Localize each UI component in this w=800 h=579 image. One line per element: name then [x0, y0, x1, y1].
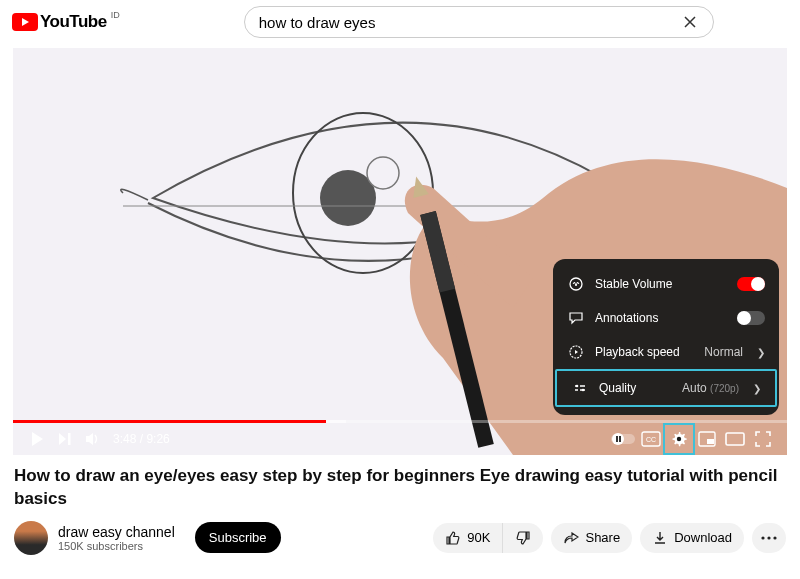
svg-rect-16 — [619, 436, 621, 442]
clear-search-icon[interactable] — [681, 13, 699, 31]
channel-name: draw easy channel — [58, 524, 175, 540]
annotations-icon — [567, 310, 585, 326]
thumbs-down-icon — [515, 530, 531, 546]
toggle-annotations[interactable] — [737, 311, 765, 325]
chevron-right-icon: ❯ — [753, 383, 761, 394]
menu-value: Auto (720p) — [682, 381, 739, 395]
svg-point-11 — [582, 389, 585, 392]
like-count: 90K — [467, 530, 490, 545]
next-button[interactable] — [51, 425, 79, 453]
stable-volume-icon — [567, 276, 585, 292]
youtube-icon — [12, 13, 38, 31]
toggle-stable-volume[interactable] — [737, 277, 765, 291]
play-button[interactable] — [23, 425, 51, 453]
video-title: How to draw an eye/eyes easy step by ste… — [14, 465, 786, 511]
share-icon — [563, 530, 579, 546]
download-icon — [652, 530, 668, 546]
logo-region: ID — [111, 10, 120, 20]
autoplay-toggle[interactable] — [609, 425, 637, 453]
svg-rect-22 — [726, 433, 744, 445]
video-player[interactable]: Stable Volume Annotations Playback speed… — [13, 48, 787, 455]
like-button[interactable]: 90K — [433, 523, 502, 553]
download-label: Download — [674, 530, 732, 545]
playback-speed-icon — [567, 344, 585, 360]
theater-button[interactable] — [721, 425, 749, 453]
svg-text:CC: CC — [646, 436, 656, 443]
menu-stable-volume[interactable]: Stable Volume — [553, 267, 779, 301]
more-actions-button[interactable] — [752, 523, 786, 553]
channel-subs: 150K subscribers — [58, 540, 175, 552]
svg-point-25 — [773, 536, 776, 539]
chevron-right-icon: ❯ — [757, 347, 765, 358]
svg-point-8 — [570, 278, 582, 290]
svg-point-19 — [677, 437, 681, 441]
svg-rect-15 — [616, 436, 618, 442]
settings-button[interactable] — [665, 425, 693, 453]
menu-label: Quality — [599, 381, 672, 395]
header: YouTube ID — [0, 0, 800, 44]
player-controls: 3:48 / 9:26 CC — [13, 423, 787, 455]
more-icon — [761, 536, 777, 540]
share-label: Share — [585, 530, 620, 545]
svg-point-23 — [761, 536, 764, 539]
svg-rect-21 — [707, 439, 714, 444]
menu-playback-speed[interactable]: Playback speed Normal ❯ — [553, 335, 779, 369]
download-button[interactable]: Download — [640, 523, 744, 553]
svg-point-10 — [576, 385, 579, 388]
menu-value: Normal — [704, 345, 743, 359]
action-bar: 90K Share Download — [433, 523, 786, 553]
captions-button[interactable]: CC — [637, 425, 665, 453]
search-input[interactable] — [259, 14, 681, 31]
menu-label: Annotations — [595, 311, 727, 325]
quality-icon — [571, 380, 589, 396]
svg-rect-12 — [68, 433, 71, 445]
svg-point-24 — [767, 536, 770, 539]
fullscreen-button[interactable] — [749, 425, 777, 453]
search-bar[interactable] — [244, 6, 714, 38]
time-display: 3:48 / 9:26 — [113, 432, 170, 446]
menu-annotations[interactable]: Annotations — [553, 301, 779, 335]
dislike-button[interactable] — [502, 523, 543, 553]
channel-avatar[interactable] — [14, 521, 48, 555]
menu-label: Playback speed — [595, 345, 694, 359]
settings-menu: Stable Volume Annotations Playback speed… — [553, 259, 779, 415]
meta-row: draw easy channel 150K subscribers Subsc… — [0, 517, 800, 559]
menu-label: Stable Volume — [595, 277, 727, 291]
logo-text: YouTube — [40, 12, 107, 32]
volume-button[interactable] — [79, 425, 107, 453]
miniplayer-button[interactable] — [693, 425, 721, 453]
youtube-logo[interactable]: YouTube ID — [12, 12, 118, 32]
share-button[interactable]: Share — [551, 523, 632, 553]
channel-info[interactable]: draw easy channel 150K subscribers — [58, 524, 175, 552]
thumbs-up-icon — [445, 530, 461, 546]
subscribe-button[interactable]: Subscribe — [195, 522, 281, 553]
menu-quality[interactable]: Quality Auto (720p) ❯ — [555, 369, 777, 407]
svg-point-4 — [367, 157, 399, 189]
